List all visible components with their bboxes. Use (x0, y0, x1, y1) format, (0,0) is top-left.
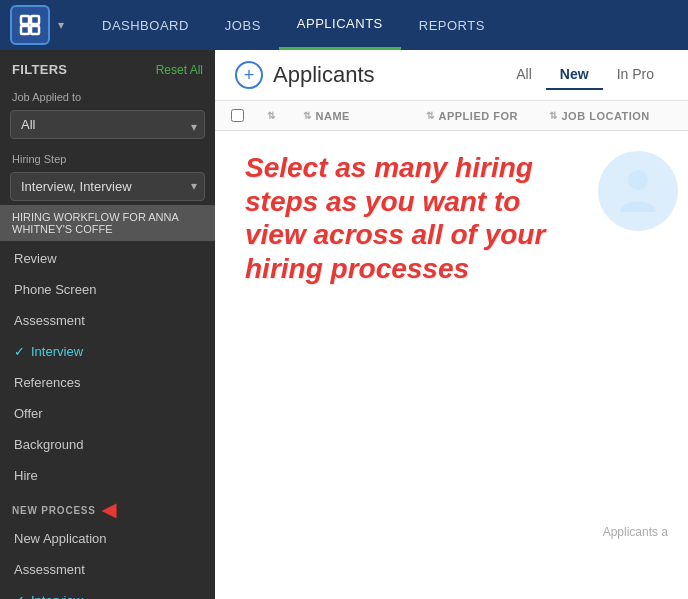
svg-rect-1 (31, 16, 39, 24)
workflow-label: HIRING WORKFLOW FOR ANNA WHITNEY'S COFFE (12, 211, 203, 235)
step-offer[interactable]: Offer (0, 398, 215, 429)
sidebar: Filters Reset All Job Applied to All ▾ H… (0, 50, 215, 599)
nav-applicants[interactable]: APPLICANTS (279, 0, 401, 50)
hiring-step-select[interactable]: Interview, Interview (10, 172, 205, 201)
page-title: Applicants (273, 62, 375, 88)
step-interview-2[interactable]: ✓ Interview (0, 585, 215, 599)
svg-rect-0 (21, 16, 29, 24)
tab-in-progress[interactable]: In Pro (603, 60, 668, 90)
applied-sort-icon: ⇅ (426, 110, 435, 121)
job-applied-label: Job Applied to (0, 85, 215, 106)
svg-rect-3 (31, 26, 39, 34)
filters-label: Filters (12, 62, 67, 77)
table-header: ⇅ ⇅ NAME ⇅ APPLIED FOR ⇅ JOB LOCATION (215, 101, 688, 131)
col-name[interactable]: ⇅ NAME (303, 109, 426, 122)
location-sort-icon: ⇅ (549, 110, 558, 121)
step-phone-screen[interactable]: Phone Screen (0, 274, 215, 305)
reset-all-button[interactable]: Reset All (156, 63, 203, 77)
workflow-banner: HIRING WORKFLOW FOR ANNA WHITNEY'S COFFE (0, 205, 215, 241)
name-sort-icon: ⇅ (303, 110, 312, 121)
main-top-bar: + Applicants All New In Pro (215, 50, 688, 101)
col-location[interactable]: ⇅ JOB LOCATION (549, 109, 672, 122)
title-wrap: + Applicants (235, 61, 375, 89)
svg-rect-2 (21, 26, 29, 34)
main-content: + Applicants All New In Pro ⇅ ⇅ NAME ⇅ (215, 50, 688, 599)
check-icon: ✓ (14, 344, 25, 359)
applicants-note: Applicants a (603, 525, 668, 539)
step-interview[interactable]: ✓ Interview (0, 336, 215, 367)
instruction-text: Select as many hiring steps as you want … (245, 151, 585, 285)
nav-dashboard[interactable]: DASHBOARD (84, 0, 207, 50)
step-hire[interactable]: Hire (0, 460, 215, 491)
hiring-step-label: Hiring Step (0, 147, 215, 168)
tab-group: All New In Pro (502, 60, 668, 90)
step-assessment-2[interactable]: Assessment (0, 554, 215, 585)
step-background[interactable]: Background (0, 429, 215, 460)
top-navigation: ▾ DASHBOARD JOBS APPLICANTS REPORTS (0, 0, 688, 50)
red-arrow-icon: ◀ (102, 499, 117, 521)
sidebar-header: Filters Reset All (0, 50, 215, 85)
step-new-application[interactable]: New Application (0, 523, 215, 554)
location-label: JOB LOCATION (562, 110, 650, 122)
new-process-label: NEW PROCESS (12, 505, 96, 516)
step-references[interactable]: References (0, 367, 215, 398)
name-label: NAME (316, 110, 350, 122)
add-applicant-button[interactable]: + (235, 61, 263, 89)
col-applied[interactable]: ⇅ APPLIED FOR (426, 109, 549, 122)
col-checkbox (231, 109, 267, 122)
nav-reports[interactable]: REPORTS (401, 0, 503, 50)
sort-icon: ⇅ (267, 110, 276, 121)
check-icon-2: ✓ (14, 593, 25, 599)
job-applied-select[interactable]: All (10, 110, 205, 139)
nav-caret-icon[interactable]: ▾ (58, 18, 64, 32)
logo[interactable] (10, 5, 50, 45)
step-review[interactable]: Review (0, 243, 215, 274)
col-sort[interactable]: ⇅ (267, 109, 303, 122)
step-assessment[interactable]: Assessment (0, 305, 215, 336)
hiring-step-select-wrap: Interview, Interview ▾ (0, 168, 215, 203)
instruction-overlay: Select as many hiring steps as you want … (215, 131, 688, 599)
avatar-placeholder (598, 151, 678, 231)
main-layout: Filters Reset All Job Applied to All ▾ H… (0, 50, 688, 599)
job-applied-select-wrap: All ▾ (0, 106, 215, 147)
applied-label: APPLIED FOR (439, 110, 518, 122)
select-all-checkbox[interactable] (231, 109, 244, 122)
svg-point-4 (628, 170, 648, 190)
tab-all[interactable]: All (502, 60, 546, 90)
tab-new[interactable]: New (546, 60, 603, 90)
nav-jobs[interactable]: JOBS (207, 0, 279, 50)
new-process-header: NEW PROCESS ◀ (0, 491, 215, 523)
